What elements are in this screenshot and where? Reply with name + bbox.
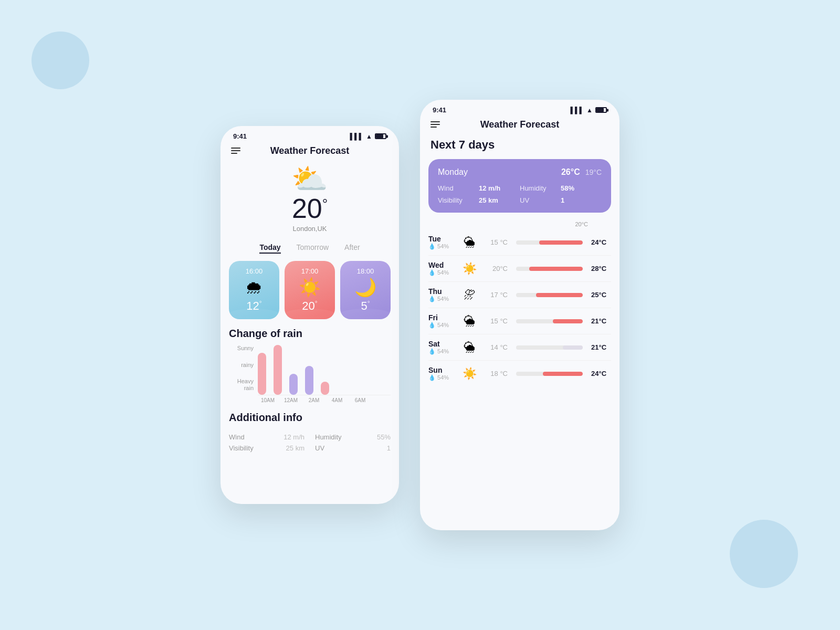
bar-col-5 <box>321 382 329 395</box>
uv-row: UV 1 <box>315 444 391 452</box>
day-rain-sat: 💧 54% <box>428 348 455 355</box>
status-bar-left: 9:41 ▌▌▌ ▲ <box>220 126 399 143</box>
bar-col-4 <box>305 366 313 395</box>
day-rain-tue: 💧 54% <box>428 243 455 250</box>
card-icon-3: 🌙 <box>354 278 376 296</box>
day-row-sat: Sat 💧 54% 🌦 14 °C 21°C <box>428 334 611 361</box>
status-icons-left: ▌▌▌ ▲ <box>350 133 386 140</box>
phones-container: 9:41 ▌▌▌ ▲ Weather Forecast ⛅ 20° <box>220 100 620 530</box>
temp-bar-thu <box>513 293 586 297</box>
day-row-thu: Thu 💧 54% ⛈ 17 °C 25°C <box>428 282 611 308</box>
day-high-sat: 21°C <box>591 343 611 351</box>
day-row-sun: Sun 💧 54% ☀️ 18 °C 24°C <box>428 361 611 386</box>
additional-info: Wind 12 m/h Humidity 55% Visibility 25 k… <box>220 429 399 463</box>
wifi-icon-right: ▲ <box>586 107 593 114</box>
temp-track-wed <box>516 267 583 271</box>
card-wave <box>229 309 279 319</box>
bar-col-2 <box>274 345 282 395</box>
day-icon-wed: ☀️ <box>460 262 479 276</box>
app-header-left: Weather Forecast <box>220 143 399 159</box>
day-row-tue: Tue 💧 54% 🌦 15 °C 24°C <box>428 229 611 256</box>
temp-track-sun <box>516 372 583 376</box>
day-info-thu: Thu 💧 54% <box>428 287 455 302</box>
card-icon-2: ☀️ <box>299 278 321 296</box>
monday-wind-value: 12 m/h <box>479 184 520 192</box>
hamburger-line <box>231 153 237 154</box>
day-name-sun: Sun <box>428 366 455 374</box>
uv-label: UV <box>315 444 324 452</box>
temp-track-sat <box>516 345 583 350</box>
day-icon-sat: 🌦 <box>460 341 479 354</box>
monday-details: Wind 12 m/h Humidity 58% Visibility 25 k… <box>438 184 602 204</box>
x-label-4: 4AM <box>329 397 345 403</box>
monday-temps: 26°C 19°C <box>561 167 602 177</box>
day-rain-wed: 💧 54% <box>428 269 455 276</box>
tab-after[interactable]: After <box>344 243 360 254</box>
info-grid: Wind 12 m/h Humidity 55% Visibility 25 k… <box>229 433 391 452</box>
day-low-wed: 20°C <box>484 265 508 272</box>
monday-visibility-value: 25 km <box>479 196 520 204</box>
card-time-3: 18:00 <box>357 267 374 275</box>
day-name-wed: Wed <box>428 261 455 269</box>
signal-icon-right: ▌▌▌ <box>571 107 584 114</box>
status-time-left: 9:41 <box>233 132 247 140</box>
app-header-right: Weather Forecast <box>420 117 620 133</box>
monday-uv-label: UV <box>520 196 561 204</box>
battery-icon <box>375 133 386 139</box>
additional-section-title: Additional info <box>220 403 399 429</box>
monday-high: 26°C <box>561 167 580 177</box>
hero-temperature: 20° <box>292 194 328 224</box>
wind-row: Wind 12 m/h <box>229 433 304 441</box>
hamburger-line <box>430 121 440 122</box>
hamburger-line <box>430 127 437 128</box>
monday-uv-value: 1 <box>561 196 602 204</box>
card-wave <box>285 309 335 319</box>
day-name-thu: Thu <box>428 287 455 296</box>
monday-wind-label: Wind <box>438 184 479 192</box>
status-time-right: 9:41 <box>433 106 446 114</box>
temp-fill-fri <box>553 319 583 323</box>
day-rows: Tue 💧 54% 🌦 15 °C 24°C Wed 💧 54% <box>420 229 620 386</box>
day-low-thu: 17 °C <box>484 291 508 299</box>
time-card-1800[interactable]: 18:00 🌙 5° <box>340 261 391 319</box>
visibility-value: 25 km <box>286 444 304 452</box>
bg-circle-top-left <box>32 32 89 89</box>
hamburger-line <box>231 150 240 151</box>
y-label-sunny: Sunny <box>229 345 258 352</box>
monday-humidity-label: Humidity <box>520 184 561 192</box>
day-name-sat: Sat <box>428 340 455 348</box>
day-row-fri: Fri 💧 54% 🌦 15 °C 21°C <box>428 308 611 334</box>
battery-fill <box>376 134 383 138</box>
time-card-1700[interactable]: 17:00 ☀️ 20° <box>285 261 335 319</box>
temp-track-thu <box>516 293 583 297</box>
wind-label: Wind <box>229 433 245 441</box>
day-high-thu: 25°C <box>591 291 611 299</box>
tab-today[interactable]: Today <box>259 243 280 254</box>
hamburger-menu-right[interactable] <box>430 121 440 128</box>
day-icon-thu: ⛈ <box>460 288 479 302</box>
uv-value: 1 <box>387 444 391 452</box>
hamburger-line <box>430 124 440 125</box>
day-low-tue: 15 °C <box>484 238 508 246</box>
battery-icon-right <box>595 107 607 113</box>
forecast-tabs: Today Tomorrow After <box>220 243 399 254</box>
tab-tomorrow[interactable]: Tomorrow <box>297 243 329 254</box>
day-high-wed: 28°C <box>591 265 611 272</box>
chart-bars <box>258 345 391 395</box>
day-low-sun: 18 °C <box>484 370 508 377</box>
hamburger-menu-left[interactable] <box>231 148 240 154</box>
y-label-rainy: rainy <box>229 362 258 369</box>
day-high-fri: 21°C <box>591 317 611 325</box>
time-card-1600[interactable]: 16:00 🌧 12° <box>229 261 279 319</box>
weather-icon-hero: ⛅ <box>291 164 328 194</box>
phone-left: 9:41 ▌▌▌ ▲ Weather Forecast ⛅ 20° <box>220 126 399 504</box>
temp-reference: 20°C <box>420 221 620 227</box>
monday-card: Monday 26°C 19°C Wind 12 m/h Humidity 58… <box>428 159 611 213</box>
day-low-sat: 14 °C <box>484 343 508 351</box>
day-row-wed: Wed 💧 54% ☀️ 20°C 28°C <box>428 256 611 282</box>
x-label-3: 2AM <box>306 397 322 403</box>
app-title-right: Weather Forecast <box>480 119 560 130</box>
humidity-value: 55% <box>377 433 391 441</box>
monday-day: Monday <box>438 167 468 177</box>
chart-area: Sunny rainy Heavyrain <box>229 345 391 403</box>
